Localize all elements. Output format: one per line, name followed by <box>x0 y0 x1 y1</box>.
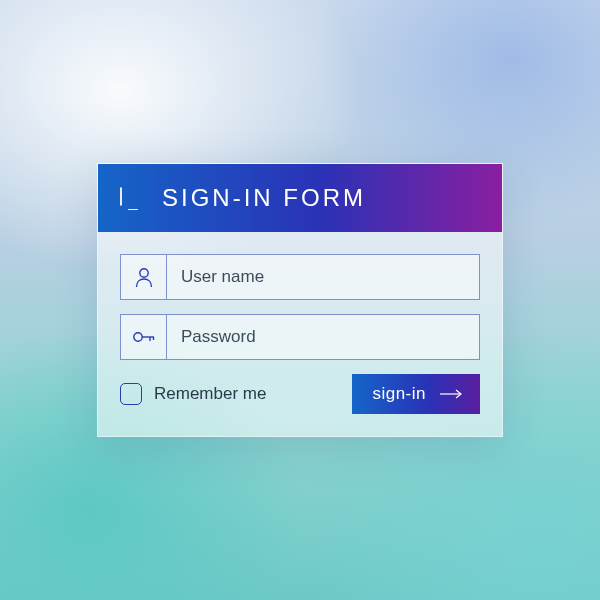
user-icon <box>121 255 167 299</box>
password-field[interactable] <box>120 314 480 360</box>
form-body: Remember me sign-in <box>98 232 502 436</box>
bottom-row: Remember me sign-in <box>120 374 480 414</box>
remember-me-label: Remember me <box>154 384 266 404</box>
remember-me-toggle[interactable]: Remember me <box>120 383 266 405</box>
panel-title: SIGN-IN FORM <box>162 184 366 212</box>
signin-panel: SIGN-IN FORM <box>97 163 503 437</box>
username-field[interactable] <box>120 254 480 300</box>
svg-point-1 <box>133 333 141 341</box>
password-input[interactable] <box>167 315 479 359</box>
signin-button-label: sign-in <box>372 384 426 404</box>
svg-point-0 <box>139 269 147 277</box>
signin-button[interactable]: sign-in <box>352 374 480 414</box>
username-input[interactable] <box>167 255 479 299</box>
panel-header: SIGN-IN FORM <box>98 164 502 232</box>
monitor-icon <box>120 188 146 208</box>
key-icon <box>121 315 167 359</box>
arrow-right-icon <box>440 389 464 399</box>
checkbox-icon[interactable] <box>120 383 142 405</box>
